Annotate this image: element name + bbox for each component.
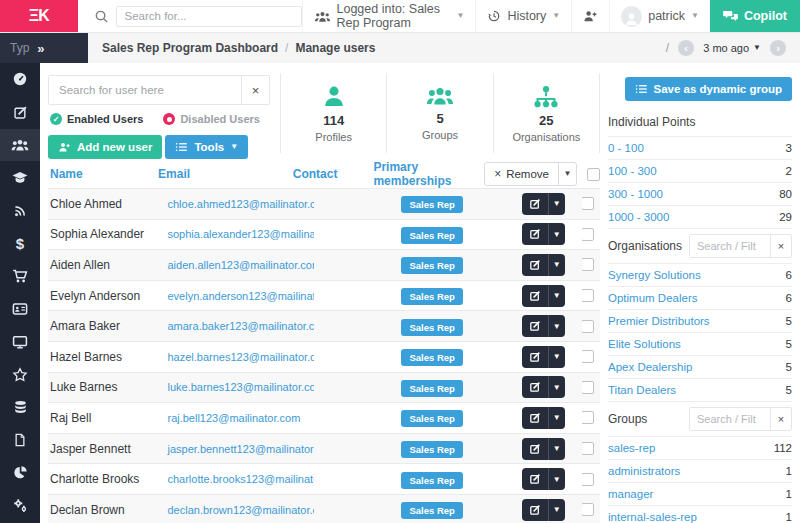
app-logo[interactable]: ΞK xyxy=(0,0,78,32)
row-actions-caret[interactable]: ▼ xyxy=(548,499,565,521)
clear-search-icon[interactable]: × xyxy=(241,76,269,104)
row-checkbox[interactable] xyxy=(582,411,595,424)
row-actions-button[interactable]: ▼ xyxy=(522,285,565,307)
sidebar-item-settings[interactable] xyxy=(0,489,40,522)
membership-badge[interactable]: Sales Rep xyxy=(401,410,462,427)
row-actions-caret[interactable]: ▼ xyxy=(548,468,565,490)
row-checkbox[interactable] xyxy=(582,442,595,455)
edit-icon[interactable] xyxy=(522,468,548,490)
organisation-link[interactable]: Elite Solutions xyxy=(608,338,681,350)
row-checkbox[interactable] xyxy=(582,320,595,333)
user-email-link[interactable]: amara.baker123@mailinator.com xyxy=(167,320,313,332)
organisation-link[interactable]: Titan Dealers xyxy=(608,384,676,396)
row-checkbox[interactable] xyxy=(582,258,595,271)
group-link[interactable]: administrators xyxy=(608,465,680,477)
points-range-link[interactable]: 0 - 100 xyxy=(608,142,644,154)
user-email-link[interactable]: sophia.alexander123@mailinator... xyxy=(167,228,313,240)
row-checkbox[interactable] xyxy=(582,350,595,363)
user-email-link[interactable]: raj.bell123@mailinator.com xyxy=(167,412,313,424)
expand-sidebar-icon[interactable]: » xyxy=(37,41,44,56)
row-actions-caret[interactable]: ▼ xyxy=(548,315,565,337)
col-header-memberships[interactable]: Primary memberships xyxy=(373,160,484,188)
row-actions-button[interactable]: ▼ xyxy=(522,254,565,276)
row-actions-caret[interactable]: ▼ xyxy=(548,346,565,368)
row-actions-button[interactable]: ▼ xyxy=(522,376,565,398)
edit-icon[interactable] xyxy=(522,315,548,337)
edit-icon[interactable] xyxy=(522,223,548,245)
tools-button[interactable]: Tools ▼ xyxy=(165,135,248,159)
row-actions-button[interactable]: ▼ xyxy=(522,315,565,337)
organisation-link[interactable]: Synergy Solutions xyxy=(608,269,701,281)
select-all-checkbox[interactable] xyxy=(587,168,600,181)
membership-badge[interactable]: Sales Rep xyxy=(401,472,462,489)
row-checkbox[interactable] xyxy=(582,503,595,516)
clear-search-icon[interactable]: × xyxy=(770,408,791,430)
sidebar-item-education[interactable] xyxy=(0,161,40,194)
row-actions-caret[interactable]: ▼ xyxy=(548,285,565,307)
sidebar-item-id-card[interactable] xyxy=(0,293,40,326)
clear-search-icon[interactable]: × xyxy=(770,235,791,257)
membership-badge[interactable]: Sales Rep xyxy=(401,257,462,274)
user-email-link[interactable]: evelyn.anderson123@mailinator.... xyxy=(167,290,313,302)
sidebar-item-billing[interactable]: $ xyxy=(0,227,40,260)
edit-icon[interactable] xyxy=(522,407,548,429)
points-range-link[interactable]: 100 - 300 xyxy=(608,165,657,177)
row-actions-button[interactable]: ▼ xyxy=(522,468,565,490)
row-actions-button[interactable]: ▼ xyxy=(522,499,565,521)
sidebar-item-favorites[interactable] xyxy=(0,358,40,391)
row-checkbox[interactable] xyxy=(582,381,595,394)
row-actions-button[interactable]: ▼ xyxy=(522,346,565,368)
edit-icon[interactable] xyxy=(522,376,548,398)
row-actions-button[interactable]: ▼ xyxy=(522,223,565,245)
time-ago-selector[interactable]: 3 mo ago ▼ xyxy=(703,42,761,54)
add-new-user-button[interactable]: Add new user xyxy=(48,135,162,159)
row-actions-caret[interactable]: ▼ xyxy=(548,407,565,429)
save-dynamic-group-button[interactable]: Save as dynamic group xyxy=(625,77,792,101)
col-header-name[interactable]: Name xyxy=(48,167,158,181)
points-range-link[interactable]: 1000 - 3000 xyxy=(608,211,669,223)
groups-search-input[interactable] xyxy=(690,408,770,430)
edit-icon[interactable] xyxy=(522,285,548,307)
organisation-link[interactable]: Premier Distributors xyxy=(608,315,710,327)
logged-into-selector[interactable]: Logged into: Sales Rep Program ▼ xyxy=(302,0,476,32)
membership-badge[interactable]: Sales Rep xyxy=(401,319,462,336)
membership-badge[interactable]: Sales Rep xyxy=(401,227,462,244)
row-actions-caret[interactable]: ▼ xyxy=(548,223,565,245)
row-actions-caret[interactable]: ▼ xyxy=(548,376,565,398)
breadcrumb-parent[interactable]: Sales Rep Program Dashboard xyxy=(102,41,278,55)
user-email-link[interactable]: jasper.bennett123@mailinator.co... xyxy=(167,443,313,455)
sidebar-item-rss-feed[interactable] xyxy=(0,194,40,227)
enabled-users-filter[interactable]: ✓ Enabled Users xyxy=(50,113,143,125)
organisations-search-input[interactable] xyxy=(690,235,770,257)
sidebar-item-dashboard[interactable] xyxy=(0,63,40,96)
user-email-link[interactable]: chloe.ahmed123@mailinator.com xyxy=(167,198,313,210)
user-email-link[interactable]: hazel.barnes123@mailinator.com xyxy=(167,351,313,363)
membership-badge[interactable]: Sales Rep xyxy=(401,441,462,458)
add-person-button[interactable] xyxy=(571,0,609,32)
row-checkbox[interactable] xyxy=(582,197,595,210)
row-checkbox[interactable] xyxy=(582,473,595,486)
time-next-button[interactable]: › xyxy=(770,40,786,56)
membership-badge[interactable]: Sales Rep xyxy=(401,349,462,366)
group-link[interactable]: sales-rep xyxy=(608,442,655,454)
edit-icon[interactable] xyxy=(522,193,548,215)
membership-badge[interactable]: Sales Rep xyxy=(401,196,462,213)
organisation-link[interactable]: Apex Dealership xyxy=(608,361,692,373)
sidebar-item-users[interactable] xyxy=(0,129,40,162)
edit-icon[interactable] xyxy=(522,499,548,521)
sidebar-item-compose[interactable] xyxy=(0,96,40,129)
user-search-input[interactable] xyxy=(49,76,241,104)
membership-badge[interactable]: Sales Rep xyxy=(401,380,462,397)
edit-icon[interactable] xyxy=(522,438,548,460)
row-checkbox[interactable] xyxy=(582,289,595,302)
time-prev-button[interactable]: ‹ xyxy=(678,40,694,56)
history-menu[interactable]: History ▼ xyxy=(475,0,571,32)
sidebar-item-store[interactable] xyxy=(0,260,40,293)
user-email-link[interactable]: aiden.allen123@mailinator.com xyxy=(167,259,313,271)
row-actions-caret[interactable]: ▼ xyxy=(548,254,565,276)
disabled-users-filter[interactable]: Disabled Users xyxy=(163,113,259,125)
sidebar-item-database[interactable] xyxy=(0,391,40,424)
edit-icon[interactable] xyxy=(522,254,548,276)
col-header-contact[interactable]: Contact xyxy=(293,167,374,181)
remove-button[interactable]: × Remove xyxy=(485,163,558,185)
